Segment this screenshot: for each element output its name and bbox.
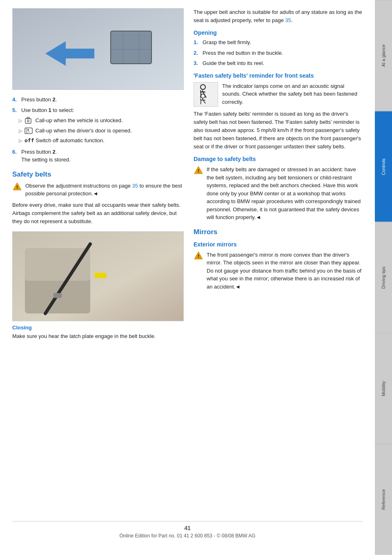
step-4-text: Press button 2. (21, 96, 184, 104)
svg-rect-0 (13, 9, 183, 90)
step-4-num: 4. (12, 96, 19, 104)
sub-arrow-2: ▷ (19, 128, 22, 134)
damage-warning-text: If the safety belts are damaged or stres… (207, 166, 363, 222)
sub-step-2-content: Call-up when the driver's door is opened… (24, 127, 184, 135)
sidebar-tab-driving-tips[interactable]: Driving tips (375, 222, 392, 333)
sub-step-1-content: Call-up when the vehicle is unlocked. (24, 116, 184, 125)
sidebar-tab-mobility[interactable]: Mobility (375, 333, 392, 444)
sidebar-tab-mobility-label: Mobility (381, 381, 386, 396)
page-number: 41 (12, 525, 363, 531)
warning-icon-1: ! (12, 182, 22, 192)
sidebar: At a glance Controls Driving tips Mobili… (375, 0, 392, 555)
right-column: The upper belt anchor is suitable for ad… (194, 8, 363, 513)
fasten-para: The 'Fasten safety belts' reminder is is… (194, 110, 363, 151)
opening-heading: Opening (194, 29, 363, 36)
exterior-mirrors-heading: Exterior mirrors (194, 241, 363, 248)
sidebar-tab-at-a-glance-label: At a glance (381, 45, 386, 67)
warning-box-2: ! If the safety belts are damaged or str… (194, 166, 363, 222)
closing-para: Make sure you hear the latch plate engag… (12, 332, 184, 340)
svg-text:!: ! (198, 254, 199, 259)
dashboard-image (12, 8, 184, 90)
sidebar-tab-controls[interactable]: Controls (375, 111, 392, 222)
sub-step-2: ▷ Call-up when the driver's door is open… (19, 127, 184, 135)
indicator-icon (194, 82, 218, 107)
step-6-num: 6. (12, 148, 19, 164)
page-link-35b[interactable]: 35 (285, 17, 291, 23)
safety-belts-para: Before every drive, make sure that all o… (12, 201, 184, 226)
fasten-heading: 'Fasten safety belts' reminder for front… (194, 72, 363, 79)
open-step-1-num: 1. (194, 38, 200, 47)
indicator-box: The indicator lamps come on and an acous… (194, 82, 363, 107)
svg-text:!: ! (198, 168, 199, 173)
belt-svg (13, 232, 183, 321)
step-6-text: Press button 2. The setting is stored. (21, 148, 184, 164)
warning-icon-3: ! (194, 251, 203, 261)
open-step-3-text: Guide the belt into its reel. (203, 59, 363, 67)
step-5-num: 5. (12, 106, 19, 114)
safety-belts-heading: Safety belts (12, 170, 184, 179)
sidebar-tab-controls-label: Controls (381, 158, 386, 175)
footer-text: Online Edition for Part no. 01 41 2 600 … (12, 533, 363, 539)
svg-rect-7 (25, 119, 31, 123)
open-step-1-text: Grasp the belt firmly. (203, 38, 363, 47)
step-5: 5. Use button 1 to select: (12, 106, 184, 114)
svg-rect-22 (94, 273, 107, 278)
page-link-35a[interactable]: 35 (132, 183, 138, 189)
svg-point-23 (200, 85, 205, 90)
warning-box-3: ! The front passenger's mirror is more c… (194, 251, 363, 291)
svg-point-25 (201, 94, 205, 98)
damage-heading: Damage to safety belts (194, 156, 363, 162)
seatbelt-indicator-svg (195, 83, 217, 105)
warning-text-1: Observe the adjustment instructions on p… (25, 182, 184, 198)
open-step-3: 3. Guide the belt into its reel. (194, 59, 363, 67)
exterior-warning-text: The front passenger's mirror is more con… (207, 251, 363, 291)
open-step-2-text: Press the red button in the buckle. (203, 49, 363, 57)
sub-step-3: ▷ off Switch off automatic function. (19, 137, 184, 145)
belt-image (12, 231, 184, 321)
open-step-1: 1. Grasp the belt firmly. (194, 38, 363, 47)
open-step-2: 2. Press the red button in the buckle. (194, 49, 363, 57)
page-footer: 41 Online Edition for Part no. 01 41 2 6… (12, 521, 363, 539)
svg-rect-19 (25, 248, 90, 281)
left-column: 4. Press button 2. 5. Use button 1 to se… (12, 8, 184, 513)
fasten-indicator-text: The indicator lamps come on and an acous… (222, 82, 363, 106)
step-6: 6. Press button 2. The setting is stored… (12, 148, 184, 164)
svg-rect-11 (25, 128, 32, 134)
sub-arrow-3: ▷ (19, 137, 22, 144)
closing-heading: Closing (12, 324, 184, 331)
sub-step-1: ▷ Call-up when the vehicle is unlocked. (19, 116, 184, 125)
sub-arrow-1: ▷ (19, 117, 22, 124)
belt-anchor-para: The upper belt anchor is suitable for ad… (194, 8, 363, 25)
open-step-2-num: 2. (194, 49, 200, 57)
step-5-text: Use button 1 to select: (21, 106, 184, 114)
svg-rect-21 (53, 293, 62, 298)
warning-box-1: ! Observe the adjustment instructions on… (12, 182, 184, 198)
sidebar-tab-at-a-glance[interactable]: At a glance (375, 0, 392, 111)
svg-point-13 (27, 129, 29, 131)
svg-rect-8 (27, 117, 29, 119)
svg-rect-1 (111, 31, 151, 64)
main-content: 4. Press button 2. 5. Use button 1 to se… (0, 0, 375, 555)
step-4: 4. Press button 2. (12, 96, 184, 104)
warning-icon-2: ! (194, 166, 203, 175)
mirrors-heading: Mirrors (194, 228, 363, 236)
sub-step-3-content: off Switch off automatic function. (24, 137, 184, 145)
sidebar-tab-reference-label: Reference (381, 489, 386, 510)
sidebar-tab-reference[interactable]: Reference (375, 444, 392, 555)
svg-text:!: ! (16, 185, 18, 190)
open-step-3-num: 3. (194, 59, 200, 67)
sidebar-tab-driving-tips-label: Driving tips (381, 266, 386, 289)
